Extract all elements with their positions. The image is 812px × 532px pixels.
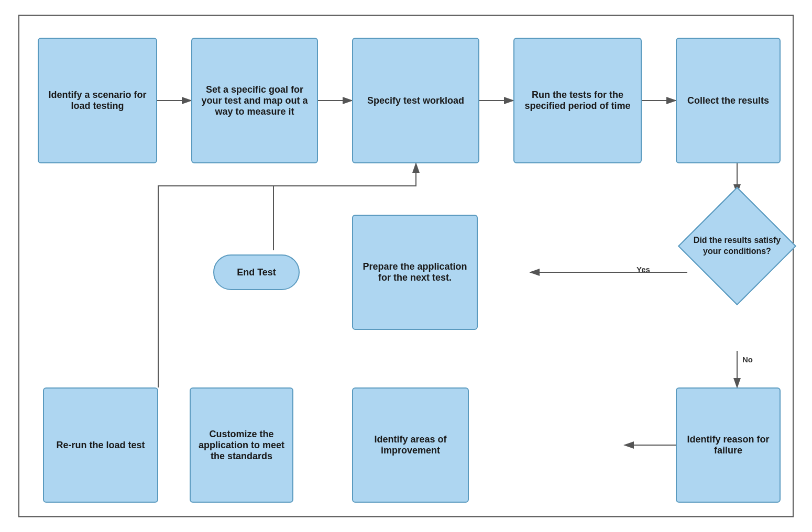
box-collect-results: Collect the results (676, 38, 781, 163)
box-identify-failure: Identify reason for failure (676, 387, 781, 503)
box-customize: Customize the application to meet the st… (190, 387, 293, 503)
diamond-label: Did the results satisfy your conditions? (685, 230, 789, 262)
box-rerun: Re-run the load test (43, 387, 158, 503)
box-identify-scenario: Identify a scenario for load testing (38, 38, 157, 163)
box-set-goal: Set a specific goal for your test and ma… (191, 38, 318, 163)
diamond-decision: Did the results satisfy your conditions? (685, 194, 789, 298)
box-run-tests: Run the tests for the specified period o… (513, 38, 642, 163)
box-identify-improvement: Identify areas of improvement (352, 387, 469, 503)
diagram-container: Identify a scenario for load testing Set… (18, 15, 794, 517)
box-specify-workload: Specify test workload (352, 38, 479, 163)
no-label: No (742, 355, 753, 364)
box-prepare-next: Prepare the application for the next tes… (352, 215, 478, 330)
yes-label: Yes (637, 265, 650, 274)
box-end-test: End Test (213, 254, 300, 290)
